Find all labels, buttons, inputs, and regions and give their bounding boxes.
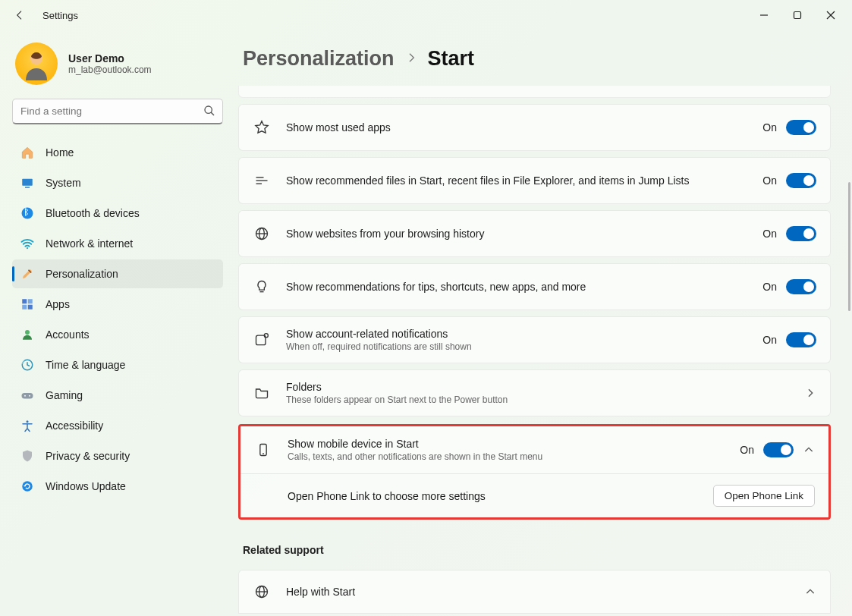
sidebar-item-gaming[interactable]: Gaming — [12, 381, 223, 410]
home-icon — [20, 145, 35, 160]
update-icon — [20, 479, 35, 494]
notification-badge-icon — [253, 332, 271, 347]
toggle-state: On — [762, 228, 777, 240]
toggle-state: On — [762, 174, 777, 187]
svg-point-19 — [29, 395, 30, 397]
paint-icon — [20, 266, 35, 281]
svg-point-18 — [24, 395, 26, 397]
breadcrumb-parent[interactable]: Personalization — [243, 47, 395, 71]
setting-recommended-files[interactable]: Show recommended files in Start, recent … — [238, 157, 831, 204]
sidebar-item-apps[interactable]: Apps — [12, 290, 223, 319]
sidebar-item-label: Network & internet — [46, 237, 133, 250]
svg-line-6 — [211, 112, 214, 115]
setting-title: Show websites from your browsing history — [286, 228, 747, 240]
sidebar-item-system[interactable]: System — [12, 168, 223, 197]
avatar — [15, 42, 58, 85]
setting-title: Show mobile device in Start — [288, 438, 725, 450]
gaming-icon — [20, 388, 35, 403]
setting-account-notifications[interactable]: Show account-related notifications When … — [238, 316, 831, 363]
minimize-button[interactable] — [747, 3, 781, 27]
close-button[interactable] — [814, 3, 847, 27]
search-icon — [203, 105, 215, 120]
settings-list: Show most used apps On Show recommended … — [238, 86, 834, 614]
sidebar: User Demo m_lab@outlook.com HomeSystemBl… — [0, 30, 234, 616]
sidebar-item-label: Bluetooth & devices — [46, 207, 140, 219]
toggle-browsing-history[interactable] — [786, 226, 816, 241]
svg-rect-17 — [22, 393, 33, 399]
system-icon — [20, 175, 35, 190]
user-name: User Demo — [68, 52, 152, 64]
sidebar-item-time[interactable]: Time & language — [12, 350, 223, 379]
setting-folders[interactable]: Folders These folders appear on Start ne… — [238, 369, 831, 416]
user-header[interactable]: User Demo m_lab@outlook.com — [12, 38, 223, 99]
lightbulb-icon — [253, 279, 271, 294]
sidebar-item-bluetooth[interactable]: Bluetooth & devices — [12, 199, 223, 228]
user-email: m_lab@outlook.com — [68, 64, 152, 75]
toggle-mobile-device[interactable] — [763, 442, 794, 457]
setting-subtitle: Calls, texts, and other notifications ar… — [288, 451, 725, 462]
toggle-state: On — [762, 334, 777, 346]
mobile-device-highlight: Show mobile device in Start Calls, texts… — [238, 424, 831, 520]
sidebar-item-privacy[interactable]: Privacy & security — [12, 442, 223, 470]
folder-icon — [253, 385, 271, 401]
setting-browsing-history[interactable]: Show websites from your browsing history… — [238, 210, 831, 257]
svg-rect-7 — [22, 179, 33, 186]
time-icon — [20, 357, 35, 372]
globe-icon — [253, 226, 271, 241]
sidebar-item-paint[interactable]: Personalization — [12, 259, 223, 288]
setting-subtitle: When off, required notifications are sti… — [286, 341, 747, 352]
sidebar-item-update[interactable]: Windows Update — [12, 472, 223, 501]
wifi-icon — [20, 236, 35, 251]
setting-mobile-device[interactable]: Show mobile device in Start Calls, texts… — [241, 426, 828, 473]
svg-point-10 — [27, 247, 28, 249]
toggle-account-notifications[interactable] — [786, 332, 816, 347]
sidebar-item-wifi[interactable]: Network & internet — [12, 229, 223, 258]
back-button[interactable] — [11, 6, 29, 24]
bluetooth-icon — [20, 206, 35, 221]
svg-point-15 — [25, 330, 30, 335]
svg-rect-13 — [22, 305, 27, 310]
chevron-right-icon — [804, 387, 816, 399]
accessibility-icon — [20, 418, 35, 433]
titlebar: Settings — [0, 0, 852, 30]
sidebar-item-home[interactable]: Home — [12, 138, 223, 167]
sidebar-item-label: Personalization — [46, 268, 118, 280]
sidebar-item-accounts[interactable]: Accounts — [12, 320, 223, 349]
setting-title: Show recommended files in Start, recent … — [286, 174, 747, 187]
toggle-recommended-files[interactable] — [786, 173, 816, 188]
sidebar-item-label: Apps — [46, 298, 70, 310]
toggle-tips[interactable] — [786, 279, 816, 294]
sidebar-item-label: Accessibility — [46, 420, 103, 432]
toggle-state: On — [762, 281, 777, 293]
setting-title: Folders — [286, 381, 789, 393]
search-input[interactable] — [12, 99, 223, 124]
svg-rect-11 — [22, 299, 27, 303]
setting-most-used-apps[interactable]: Show most used apps On — [238, 104, 831, 151]
scrollbar[interactable] — [848, 182, 850, 311]
sidebar-item-label: Windows Update — [46, 480, 126, 492]
content-area: Personalization Start Show most used app… — [234, 30, 852, 616]
setting-title: Show most used apps — [286, 121, 747, 134]
svg-point-20 — [27, 420, 29, 423]
app-title: Settings — [42, 10, 78, 21]
phone-icon — [254, 442, 272, 457]
privacy-icon — [20, 448, 35, 464]
globe-help-icon — [253, 584, 271, 599]
svg-point-21 — [22, 481, 33, 492]
toggle-most-used[interactable] — [786, 120, 816, 135]
setting-tips[interactable]: Show recommendations for tips, shortcuts… — [238, 263, 831, 310]
sidebar-item-accessibility[interactable]: Accessibility — [12, 411, 223, 440]
chevron-right-icon — [405, 52, 417, 67]
svg-rect-14 — [28, 305, 33, 310]
breadcrumb: Personalization Start — [238, 30, 834, 86]
help-with-start[interactable]: Help with Start — [238, 570, 831, 614]
chevron-up-icon[interactable] — [803, 444, 815, 456]
sidebar-item-label: System — [46, 177, 81, 189]
maximize-button[interactable] — [781, 3, 814, 27]
sidebar-item-label: Home — [46, 146, 74, 159]
open-phone-link-button[interactable]: Open Phone Link — [713, 485, 815, 507]
help-title: Help with Start — [286, 586, 355, 598]
list-icon — [253, 173, 271, 188]
sidebar-item-label: Time & language — [46, 359, 125, 371]
chevron-up-icon[interactable] — [804, 586, 816, 598]
